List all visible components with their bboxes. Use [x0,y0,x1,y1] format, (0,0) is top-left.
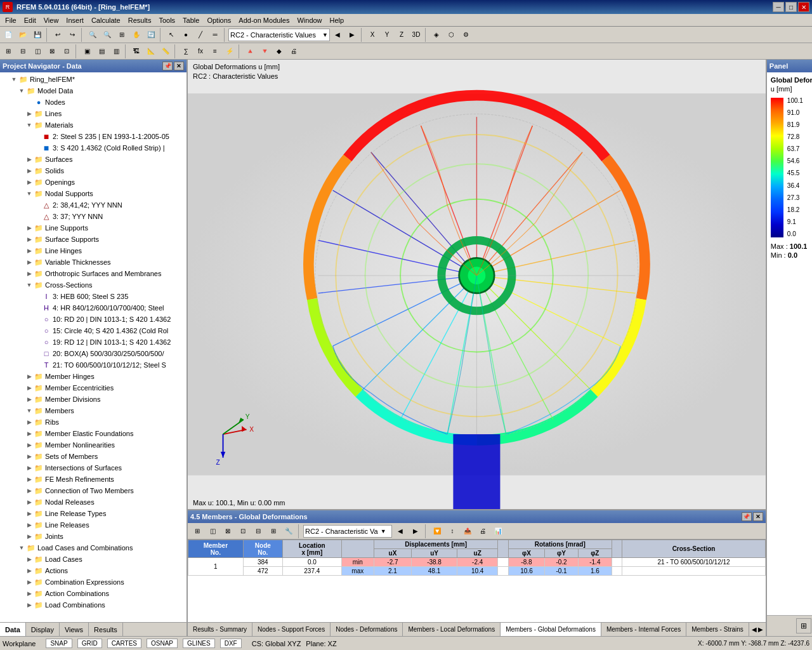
table-export-btn[interactable]: 📤 [461,524,475,538]
tree-item-cs-19[interactable]: ○19: RD 12 | DIN 1013-1; S 420 1.4362 [0,336,187,348]
table-tb-5[interactable]: ⊟ [251,524,265,538]
tree-item-line-releases[interactable]: ▶📁Line Releases [0,519,187,531]
tab-arrow-right[interactable]: ▶ [758,626,763,633]
tree-item-line-release-types[interactable]: ▶📁Line Release Types [0,508,187,519]
tb2-6[interactable]: ▣ [80,44,94,58]
tb-render[interactable]: ◈ [429,28,443,42]
tree-item-member-elastic-found[interactable]: ▶📁Member Elastic Foundations [0,428,187,439]
minimize-button[interactable]: ─ [773,2,784,12]
tb-view-z[interactable]: Z [395,28,409,42]
tree-item-sets-of-members[interactable]: ▶📁Sets of Members [0,451,187,462]
tb2-16[interactable]: 🔺 [243,44,257,58]
bottom-pin-button[interactable]: 📌 [742,512,752,521]
tree-item-nodal-supports[interactable]: ▼📁Nodal Supports [0,188,187,199]
nav-tab-views[interactable]: Views [60,623,89,636]
tree-item-member-nonlinearities[interactable]: ▶📁Member Nonlinearities [0,439,187,451]
tb2-12[interactable]: ∑ [179,44,193,58]
osnap-toggle[interactable]: OSNAP [147,639,178,648]
tb-new[interactable]: 📄 [1,28,15,42]
tb-settings[interactable]: ⚙ [459,28,473,42]
tree-item-lines[interactable]: ▶📁Lines [0,108,187,119]
tree-item-load-cases-sub[interactable]: ▶📁Load Cases [0,554,187,565]
tb2-7[interactable]: ▤ [95,44,108,58]
tb-wire[interactable]: ⬡ [444,28,458,42]
dxf-toggle[interactable]: DXF [220,639,242,648]
nav-pin-button[interactable]: 📌 [162,62,173,70]
tree-item-cs-15[interactable]: ○15: Circle 40; S 420 1.4362 (Cold Rol [0,325,187,336]
nav-tab-display[interactable]: Display [26,623,60,636]
tree-item-surfaces[interactable]: ▶📁Surfaces [0,154,187,165]
tree-item-ribs[interactable]: ▶📁Ribs [0,416,187,428]
tb-redo[interactable]: ↪ [65,28,79,42]
tree-item-cs-4[interactable]: H4: HR 840/12/600/10/700/400; Steel [0,302,187,314]
tree-item-cs-10[interactable]: ○10: RD 20 | DIN 1013-1; S 420 1.4362 [0,314,187,325]
table-tb-6[interactable]: ⊞ [266,524,280,538]
table-next-btn[interactable]: ▶ [409,524,422,538]
tb-view-y[interactable]: Y [380,28,394,42]
tb2-1[interactable]: ⊞ [1,44,15,58]
table-sort-btn[interactable]: ↕ [445,524,459,538]
tree-item-ring[interactable]: ▼📁Ring_helFEM* [0,74,187,85]
close-button[interactable]: ✕ [798,2,809,12]
tab-members-internal-forces[interactable]: Members - Internal Forces [601,623,686,636]
tab-results-summary[interactable]: Results - Summary [188,623,252,636]
tb2-18[interactable]: ◆ [272,44,286,58]
tree-item-ortho-surfaces[interactable]: ▶📁Orthotropic Surfaces and Membranes [0,268,187,279]
viewport-3d[interactable]: Global Deformations u [mm] RC2 : Charact… [188,60,766,509]
tree-item-ns-3[interactable]: △3: 37; YYY NNN [0,211,187,222]
tab-members-local-deformations[interactable]: Members - Local Deformations [403,623,501,636]
tree-item-openings[interactable]: ▶📁Openings [0,176,187,188]
tb2-5[interactable]: ⊡ [60,44,74,58]
tb-line[interactable]: ╱ [193,28,207,42]
tb-open[interactable]: 📂 [16,28,30,42]
table-chart-btn[interactable]: 📊 [491,524,505,538]
tb-zoom-in[interactable]: 🔍 [86,28,100,42]
table-tb-3[interactable]: ⊠ [221,524,235,538]
tree-item-mat-3[interactable]: ■3: S 420 1.4362 (Cold Rolled Strip) | [0,142,187,154]
tb2-17[interactable]: 🔻 [258,44,272,58]
tree-item-cs-20[interactable]: □20: BOX(A) 500/30/30/250/500/500/ [0,348,187,359]
table-tb-7[interactable]: 🔧 [282,524,296,538]
tree-item-solids[interactable]: ▶📁Solids [0,165,187,176]
tree-item-line-hinges[interactable]: ▶📁Line Hinges [0,245,187,256]
menu-help[interactable]: Help [326,16,348,25]
tb2-4[interactable]: ⊠ [45,44,59,58]
tb-select[interactable]: ↖ [164,28,178,42]
tree-item-variable-thicknesses[interactable]: ▶📁Variable Thicknesses [0,256,187,268]
tb-next[interactable]: ▶ [345,28,359,42]
nav-tab-data[interactable]: Data [0,623,26,636]
menu-window[interactable]: Window [293,16,325,25]
tree-item-nodal-releases[interactable]: ▶📁Nodal Releases [0,496,187,508]
tab-members-global-deformations[interactable]: Members - Global Deformations [501,623,601,636]
table-tb-4[interactable]: ⊡ [236,524,250,538]
glines-toggle[interactable]: GLINES [183,639,215,648]
menu-calculate[interactable]: Calculate [88,16,124,25]
tree-item-cs-21[interactable]: T21: TO 600/500/10/10/12/12; Steel S [0,359,187,371]
tree-item-member-eccentricities[interactable]: ▶📁Member Eccentricities [0,382,187,394]
tb-save[interactable]: 💾 [30,28,44,42]
tb2-11[interactable]: 📏 [159,44,173,58]
menu-table[interactable]: Table [179,16,203,25]
menu-tools[interactable]: Tools [155,16,179,25]
tree-item-members[interactable]: ▼📁Members [0,405,187,416]
tb2-13[interactable]: fx [193,44,207,58]
bottom-close-button[interactable]: ✕ [753,512,763,521]
nav-close-button[interactable]: ✕ [174,62,184,70]
tree-item-member-divisions[interactable]: ▶📁Member Divisions [0,394,187,405]
tab-members-strains[interactable]: Members - Strains [686,623,749,636]
tb2-10[interactable]: 📐 [144,44,158,58]
tb-zoom-out[interactable]: 🔍 [100,28,114,42]
tab-nodes-support-forces[interactable]: Nodes - Support Forces [252,623,331,636]
table-prev-btn[interactable]: ◀ [393,524,407,538]
tab-arrow-left[interactable]: ◀ [752,626,757,633]
tab-nodes-deformations[interactable]: Nodes - Deformations [331,623,403,636]
tree-item-joints[interactable]: ▶📁Joints [0,531,187,542]
tb-node[interactable]: ● [179,28,193,42]
titlebar-controls[interactable]: ─ □ ✕ [773,2,809,12]
table-tb-1[interactable]: ⊞ [190,524,204,538]
tree-item-intersections[interactable]: ▶📁Intersections of Surfaces [0,462,187,474]
tree-item-fe-mesh[interactable]: ▶📁FE Mesh Refinements [0,474,187,485]
tb-view-x[interactable]: X [365,28,379,42]
table-combo[interactable]: RC2 - Characteristic Va ▼ [303,525,392,538]
tree-item-action-combinations[interactable]: ▶📁Action Combinations [0,588,187,599]
